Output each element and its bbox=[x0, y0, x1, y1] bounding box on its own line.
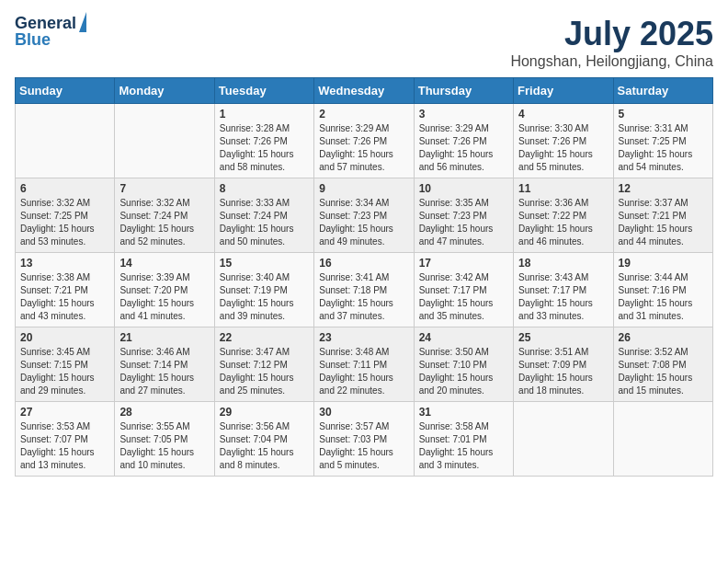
day-info: Sunrise: 3:40 AM Sunset: 7:19 PM Dayligh… bbox=[220, 271, 309, 323]
calendar-cell: 8Sunrise: 3:33 AM Sunset: 7:24 PM Daylig… bbox=[214, 178, 313, 253]
calendar-cell: 21Sunrise: 3:46 AM Sunset: 7:14 PM Dayli… bbox=[115, 327, 214, 402]
calendar-cell: 11Sunrise: 3:36 AM Sunset: 7:22 PM Dayli… bbox=[514, 178, 613, 253]
day-number: 3 bbox=[419, 108, 508, 121]
calendar-header-row: SundayMondayTuesdayWednesdayThursdayFrid… bbox=[16, 78, 713, 104]
day-number: 23 bbox=[319, 331, 408, 344]
calendar-cell: 26Sunrise: 3:52 AM Sunset: 7:08 PM Dayli… bbox=[613, 327, 712, 402]
day-info: Sunrise: 3:53 AM Sunset: 7:07 PM Dayligh… bbox=[20, 420, 109, 472]
calendar-cell: 12Sunrise: 3:37 AM Sunset: 7:21 PM Dayli… bbox=[613, 178, 712, 253]
calendar-cell: 19Sunrise: 3:44 AM Sunset: 7:16 PM Dayli… bbox=[613, 253, 712, 327]
weekday-header: Friday bbox=[514, 78, 613, 104]
day-number: 17 bbox=[419, 257, 508, 270]
day-number: 22 bbox=[220, 331, 309, 344]
calendar-cell: 17Sunrise: 3:42 AM Sunset: 7:17 PM Dayli… bbox=[414, 253, 513, 327]
weekday-header: Sunday bbox=[16, 78, 115, 104]
day-info: Sunrise: 3:46 AM Sunset: 7:14 PM Dayligh… bbox=[119, 346, 209, 397]
day-number: 1 bbox=[220, 108, 309, 121]
calendar-cell: 28Sunrise: 3:55 AM Sunset: 7:05 PM Dayli… bbox=[115, 402, 214, 477]
calendar-cell: 3Sunrise: 3:29 AM Sunset: 7:26 PM Daylig… bbox=[414, 104, 513, 178]
day-number: 2 bbox=[319, 108, 408, 121]
day-info: Sunrise: 3:34 AM Sunset: 7:23 PM Dayligh… bbox=[319, 197, 408, 248]
calendar-cell: 4Sunrise: 3:30 AM Sunset: 7:26 PM Daylig… bbox=[514, 104, 613, 178]
day-info: Sunrise: 3:48 AM Sunset: 7:11 PM Dayligh… bbox=[319, 346, 408, 397]
day-number: 10 bbox=[419, 182, 508, 195]
day-info: Sunrise: 3:43 AM Sunset: 7:17 PM Dayligh… bbox=[518, 271, 608, 323]
day-info: Sunrise: 3:58 AM Sunset: 7:01 PM Dayligh… bbox=[419, 420, 508, 472]
calendar-cell: 2Sunrise: 3:29 AM Sunset: 7:26 PM Daylig… bbox=[314, 104, 414, 178]
page-header: General Blue July 2025 Hongshan, Heilong… bbox=[15, 15, 713, 70]
title-block: July 2025 Hongshan, Heilongjiang, China bbox=[510, 15, 713, 70]
day-number: 16 bbox=[319, 257, 408, 270]
day-info: Sunrise: 3:37 AM Sunset: 7:21 PM Dayligh… bbox=[619, 197, 708, 248]
calendar-week-row: 20Sunrise: 3:45 AM Sunset: 7:15 PM Dayli… bbox=[16, 327, 713, 402]
day-number: 6 bbox=[20, 182, 109, 195]
calendar-cell: 27Sunrise: 3:53 AM Sunset: 7:07 PM Dayli… bbox=[16, 402, 115, 477]
day-info: Sunrise: 3:29 AM Sunset: 7:26 PM Dayligh… bbox=[319, 122, 408, 174]
day-number: 11 bbox=[518, 182, 608, 195]
calendar-week-row: 6Sunrise: 3:32 AM Sunset: 7:25 PM Daylig… bbox=[16, 178, 713, 253]
day-number: 14 bbox=[119, 257, 209, 270]
weekday-header: Tuesday bbox=[214, 78, 313, 104]
calendar-cell: 16Sunrise: 3:41 AM Sunset: 7:18 PM Dayli… bbox=[314, 253, 414, 327]
day-info: Sunrise: 3:29 AM Sunset: 7:26 PM Dayligh… bbox=[419, 122, 508, 174]
day-number: 7 bbox=[119, 182, 209, 195]
day-number: 24 bbox=[419, 331, 508, 344]
day-number: 27 bbox=[20, 406, 109, 419]
calendar-cell: 24Sunrise: 3:50 AM Sunset: 7:10 PM Dayli… bbox=[414, 327, 513, 402]
day-info: Sunrise: 3:56 AM Sunset: 7:04 PM Dayligh… bbox=[220, 420, 309, 472]
day-info: Sunrise: 3:41 AM Sunset: 7:18 PM Dayligh… bbox=[319, 271, 408, 323]
day-info: Sunrise: 3:30 AM Sunset: 7:26 PM Dayligh… bbox=[518, 122, 608, 174]
calendar-cell: 13Sunrise: 3:38 AM Sunset: 7:21 PM Dayli… bbox=[16, 253, 115, 327]
calendar-cell: 9Sunrise: 3:34 AM Sunset: 7:23 PM Daylig… bbox=[314, 178, 414, 253]
day-number: 12 bbox=[619, 182, 708, 195]
day-info: Sunrise: 3:47 AM Sunset: 7:12 PM Dayligh… bbox=[220, 346, 309, 397]
day-number: 29 bbox=[220, 406, 309, 419]
calendar-cell: 20Sunrise: 3:45 AM Sunset: 7:15 PM Dayli… bbox=[16, 327, 115, 402]
calendar-cell: 14Sunrise: 3:39 AM Sunset: 7:20 PM Dayli… bbox=[115, 253, 214, 327]
day-info: Sunrise: 3:33 AM Sunset: 7:24 PM Dayligh… bbox=[220, 197, 309, 248]
day-number: 31 bbox=[419, 406, 508, 419]
weekday-header: Thursday bbox=[414, 78, 513, 104]
day-number: 20 bbox=[20, 331, 109, 344]
weekday-header: Saturday bbox=[613, 78, 712, 104]
calendar-cell: 29Sunrise: 3:56 AM Sunset: 7:04 PM Dayli… bbox=[214, 402, 313, 477]
day-number: 9 bbox=[319, 182, 408, 195]
calendar-cell: 30Sunrise: 3:57 AM Sunset: 7:03 PM Dayli… bbox=[314, 402, 414, 477]
weekday-header: Wednesday bbox=[314, 78, 414, 104]
calendar-cell: 22Sunrise: 3:47 AM Sunset: 7:12 PM Dayli… bbox=[214, 327, 313, 402]
calendar-cell: 25Sunrise: 3:51 AM Sunset: 7:09 PM Dayli… bbox=[514, 327, 613, 402]
day-info: Sunrise: 3:42 AM Sunset: 7:17 PM Dayligh… bbox=[419, 271, 508, 323]
calendar-cell: 18Sunrise: 3:43 AM Sunset: 7:17 PM Dayli… bbox=[514, 253, 613, 327]
day-info: Sunrise: 3:32 AM Sunset: 7:25 PM Dayligh… bbox=[20, 197, 109, 248]
weekday-header: Monday bbox=[115, 78, 214, 104]
day-number: 4 bbox=[518, 108, 608, 121]
day-info: Sunrise: 3:39 AM Sunset: 7:20 PM Dayligh… bbox=[119, 271, 209, 323]
day-info: Sunrise: 3:31 AM Sunset: 7:25 PM Dayligh… bbox=[619, 122, 708, 174]
calendar-cell: 7Sunrise: 3:32 AM Sunset: 7:24 PM Daylig… bbox=[115, 178, 214, 253]
day-info: Sunrise: 3:51 AM Sunset: 7:09 PM Dayligh… bbox=[518, 346, 608, 397]
day-number: 26 bbox=[619, 331, 708, 344]
day-number: 25 bbox=[518, 331, 608, 344]
day-info: Sunrise: 3:28 AM Sunset: 7:26 PM Dayligh… bbox=[220, 122, 309, 174]
location-title: Hongshan, Heilongjiang, China bbox=[510, 53, 713, 70]
day-number: 5 bbox=[619, 108, 708, 121]
day-number: 30 bbox=[319, 406, 408, 419]
day-number: 19 bbox=[619, 257, 708, 270]
day-info: Sunrise: 3:36 AM Sunset: 7:22 PM Dayligh… bbox=[518, 197, 608, 248]
day-info: Sunrise: 3:44 AM Sunset: 7:16 PM Dayligh… bbox=[619, 271, 708, 323]
day-number: 8 bbox=[220, 182, 309, 195]
calendar-cell: 5Sunrise: 3:31 AM Sunset: 7:25 PM Daylig… bbox=[613, 104, 712, 178]
day-number: 28 bbox=[119, 406, 209, 419]
calendar-cell: 10Sunrise: 3:35 AM Sunset: 7:23 PM Dayli… bbox=[414, 178, 513, 253]
day-info: Sunrise: 3:52 AM Sunset: 7:08 PM Dayligh… bbox=[619, 346, 708, 397]
day-info: Sunrise: 3:50 AM Sunset: 7:10 PM Dayligh… bbox=[419, 346, 508, 397]
day-info: Sunrise: 3:57 AM Sunset: 7:03 PM Dayligh… bbox=[319, 420, 408, 472]
calendar-week-row: 1Sunrise: 3:28 AM Sunset: 7:26 PM Daylig… bbox=[16, 104, 713, 178]
day-info: Sunrise: 3:45 AM Sunset: 7:15 PM Dayligh… bbox=[20, 346, 109, 397]
calendar-cell bbox=[514, 402, 613, 477]
calendar-table: SundayMondayTuesdayWednesdayThursdayFrid… bbox=[15, 77, 713, 477]
calendar-cell: 6Sunrise: 3:32 AM Sunset: 7:25 PM Daylig… bbox=[16, 178, 115, 253]
calendar-cell bbox=[16, 104, 115, 178]
calendar-week-row: 27Sunrise: 3:53 AM Sunset: 7:07 PM Dayli… bbox=[16, 402, 713, 477]
day-info: Sunrise: 3:55 AM Sunset: 7:05 PM Dayligh… bbox=[119, 420, 209, 472]
